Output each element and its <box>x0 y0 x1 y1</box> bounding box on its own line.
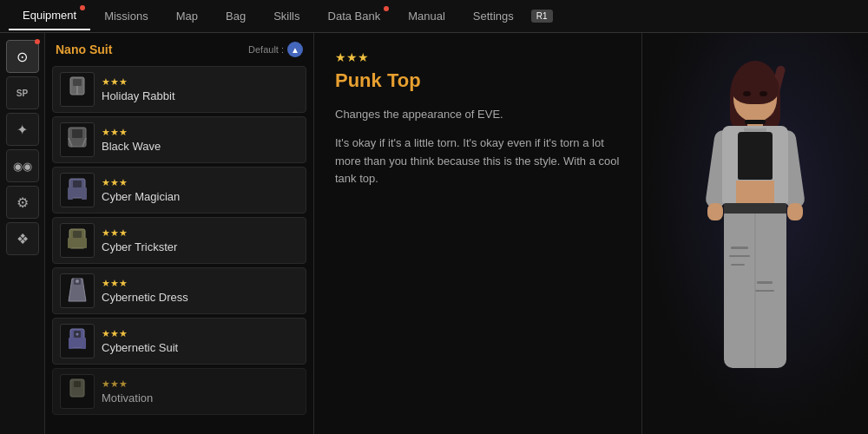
svg-rect-10 <box>82 187 87 200</box>
char-choker <box>745 120 766 124</box>
character-panel <box>642 33 868 434</box>
tab-databank[interactable]: Data Bank <box>314 3 395 30</box>
item-icon-cyber-trickster <box>60 223 95 258</box>
char-hand-left <box>707 203 723 220</box>
main-content: ⊙ SP ✦ ◉◉ ⚙ ❖ Nano Suit Default : ▲ <box>0 33 868 434</box>
item-motivation[interactable]: ★★★ Motivation <box>52 368 306 415</box>
item-stars-holiday-rabbit: ★★★ <box>102 76 299 88</box>
tab-equipment[interactable]: Equipment <box>9 2 90 30</box>
equipment-tab-dot <box>80 5 85 10</box>
svg-rect-13 <box>68 238 72 248</box>
item-black-wave[interactable]: ★★★ Black Wave <box>52 116 306 163</box>
item-name-cyber-trickster: Cyber Trickster <box>102 240 299 253</box>
sidebar-skills-button[interactable]: ✦ <box>6 113 39 146</box>
r1-badge: R1 <box>531 10 553 23</box>
svg-rect-14 <box>82 238 87 248</box>
sidebar-misc-button[interactable]: ❖ <box>6 222 39 255</box>
tab-skills[interactable]: Skills <box>260 3 313 30</box>
char-pants <box>724 212 786 368</box>
tab-missions[interactable]: Missions <box>90 3 162 30</box>
character-figure <box>660 61 851 434</box>
char-eye-right <box>760 91 767 96</box>
char-midriff <box>736 181 774 205</box>
item-name-motivation: Motivation <box>102 391 299 404</box>
detail-description: Changes the appearance of EVE. It's okay… <box>335 106 621 188</box>
char-eyes <box>739 89 772 99</box>
item-name-cybernetic-dress: Cybernetic Dress <box>102 291 299 304</box>
databank-tab-dot <box>384 6 389 11</box>
char-belt <box>724 203 786 214</box>
item-icon-cybernetic-suit <box>60 324 95 358</box>
svg-rect-4 <box>72 129 82 138</box>
tab-bag[interactable]: Bag <box>212 3 260 30</box>
item-stars-cyber-trickster: ★★★ <box>102 227 299 239</box>
default-triangle-icon: ▲ <box>287 42 303 57</box>
item-name-black-wave: Black Wave <box>102 140 299 153</box>
item-stars-cyber-magician: ★★★ <box>102 177 299 188</box>
detail-desc2: It's okay if it's a little torn. It's ok… <box>335 135 621 188</box>
char-eye-left <box>743 91 751 96</box>
item-name-cybernetic-suit: Cybernetic Suit <box>102 341 299 354</box>
item-info-cybernetic-dress: ★★★ Cybernetic Dress <box>102 278 299 304</box>
svg-rect-8 <box>73 181 82 187</box>
item-stars-motivation: ★★★ <box>102 378 299 390</box>
item-cybernetic-dress[interactable]: ★★★ Cybernetic Dress <box>52 267 306 314</box>
item-stars-cybernetic-dress: ★★★ <box>102 278 299 289</box>
panel-title: Nano Suit <box>56 43 112 56</box>
svg-point-21 <box>76 333 79 336</box>
tab-map[interactable]: Map <box>162 3 212 30</box>
svg-rect-9 <box>68 187 73 200</box>
item-info-holiday-rabbit: ★★★ Holiday Rabbit <box>102 76 299 102</box>
svg-rect-23 <box>74 381 81 387</box>
item-cyber-trickster[interactable]: ★★★ Cyber Trickster <box>52 217 306 264</box>
svg-rect-1 <box>73 79 82 86</box>
svg-rect-19 <box>69 338 73 349</box>
sidebar-glasses-button[interactable]: ◉◉ <box>6 149 39 182</box>
tab-settings[interactable]: Settings <box>459 3 528 30</box>
item-cybernetic-suit[interactable]: ★★★ Cybernetic Suit <box>52 318 306 365</box>
item-icon-cyber-magician <box>60 173 95 207</box>
svg-rect-12 <box>73 231 82 238</box>
item-icon-holiday-rabbit <box>60 72 95 107</box>
item-name-cyber-magician: Cyber Magician <box>102 190 299 203</box>
equipment-list-panel: Nano Suit Default : ▲ ★★★ Holiday Rabbit <box>45 33 314 434</box>
detail-stars: ★★★ <box>335 50 621 64</box>
detail-desc1: Changes the appearance of EVE. <box>335 106 621 124</box>
svg-point-16 <box>76 279 79 283</box>
item-cyber-magician[interactable]: ★★★ Cyber Magician <box>52 167 306 214</box>
item-info-cybernetic-suit: ★★★ Cybernetic Suit <box>102 328 299 354</box>
sidebar-equipment-dot <box>35 39 40 44</box>
item-stars-cybernetic-suit: ★★★ <box>102 328 299 339</box>
item-icon-black-wave <box>60 122 95 157</box>
item-info-black-wave: ★★★ Black Wave <box>102 127 299 153</box>
default-label: Default : ▲ <box>248 42 303 57</box>
char-hair-front <box>732 69 779 104</box>
item-info-motivation: ★★★ Motivation <box>102 378 299 404</box>
item-icon-motivation <box>60 374 95 409</box>
item-holiday-rabbit[interactable]: ★★★ Holiday Rabbit <box>52 66 306 113</box>
sidebar-equipment-button[interactable]: ⊙ <box>6 40 39 73</box>
detail-panel: ★★★ Punk Top Changes the appearance of E… <box>314 33 642 434</box>
item-stars-black-wave: ★★★ <box>102 127 299 138</box>
char-hand-right <box>787 203 803 220</box>
item-info-cyber-trickster: ★★★ Cyber Trickster <box>102 227 299 253</box>
tab-manual[interactable]: Manual <box>394 3 459 30</box>
item-name-holiday-rabbit: Holiday Rabbit <box>102 89 299 102</box>
sidebar-stats-button[interactable]: SP <box>6 76 39 109</box>
top-navigation: Equipment Missions Map Bag Skills Data B… <box>0 0 868 33</box>
svg-rect-20 <box>82 338 86 349</box>
detail-title: Punk Top <box>335 69 621 92</box>
sidebar-icons: ⊙ SP ✦ ◉◉ ⚙ ❖ <box>0 33 45 434</box>
item-icon-cybernetic-dress <box>60 273 95 308</box>
sidebar-helmet-button[interactable]: ⚙ <box>6 186 39 219</box>
panel-header: Nano Suit Default : ▲ <box>52 42 306 57</box>
item-info-cyber-magician: ★★★ Cyber Magician <box>102 177 299 203</box>
char-tanktop <box>738 132 773 180</box>
